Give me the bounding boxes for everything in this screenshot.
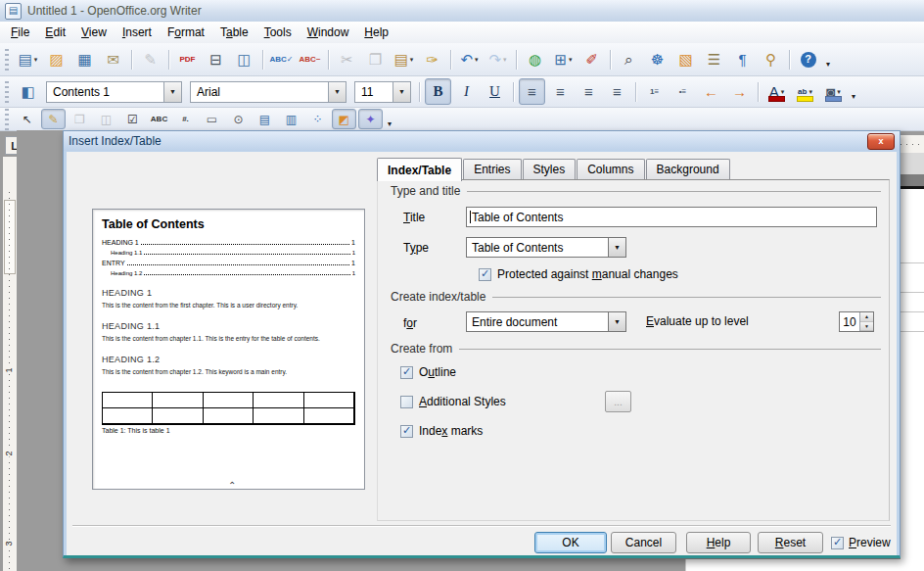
evaluate-level-spinner[interactable]: 10 ▲ ▼ [839,311,874,332]
reset-button[interactable]: Reset [758,532,823,553]
outline-checkbox[interactable] [400,366,413,379]
design-mode-on-off-button[interactable]: ✎ [41,109,66,129]
tab-background[interactable]: Background [646,159,730,180]
underline-button[interactable]: U [482,78,508,105]
window-titlebar[interactable]: ▤ Untitled 1 - OpenOffice.org Writer [0,0,924,23]
save-document-button[interactable]: ▦ [71,46,98,72]
tab-entries[interactable]: Entries [463,159,521,180]
gallery-button[interactable]: ▧ [672,46,699,72]
export-as-pdf-button[interactable]: PDF [174,46,201,72]
title-input[interactable]: Table of Contents [466,207,877,227]
tab-index-table[interactable]: Index/Table [377,158,462,181]
spinner-up-icon[interactable]: ▲ [860,312,873,322]
hyperlink-button[interactable]: ◍ [522,46,548,72]
bullets-on-off-button[interactable]: •≡ [670,78,696,105]
chevron-down-icon[interactable]: ▾ [410,56,414,64]
zoom-button[interactable]: ⚲ [758,46,784,72]
list-box-button[interactable]: ▤ [253,109,277,129]
paste-button[interactable]: ▤▾ [391,46,417,72]
tab-styles[interactable]: Styles [523,159,577,180]
preview-checkbox[interactable] [831,537,844,549]
standard-toolbar-options[interactable]: ▾ [826,60,830,69]
toolbar-grip[interactable] [5,81,9,103]
formatting-toolbar-options[interactable]: ▾ [852,92,855,101]
format-paintbrush-button[interactable]: ✑ [419,46,445,72]
label-field-button[interactable]: ABC [147,109,171,129]
check-box-button[interactable]: ☑ [120,109,145,129]
dialog-titlebar[interactable]: Insert Index/Table x [64,131,900,151]
menu-table[interactable]: Table [212,23,256,42]
nonprinting-characters-button[interactable]: ¶ [729,46,756,72]
numbering-on-off-button[interactable]: 1≡ [641,78,668,105]
ok-button[interactable]: OK [534,532,607,553]
preview-resize-handle[interactable]: ⌃ [228,480,236,490]
data-sources-button[interactable]: ☰ [701,46,727,72]
close-icon[interactable]: x [867,133,895,150]
spellcheck-button[interactable]: ABC✓ [268,46,295,72]
menu-file[interactable]: File [3,23,37,42]
font-name-combo[interactable]: Arial ▼ [190,81,346,103]
new-document-button[interactable]: ▤▾ [15,46,41,72]
combo-box-button[interactable]: ▥ [279,109,303,129]
align-right-button[interactable]: ≡ [576,78,602,105]
chevron-down-icon[interactable]: ▾ [781,88,785,96]
horizontal-ruler-fragment[interactable] [901,135,924,153]
menu-help[interactable]: Help [356,23,396,42]
help-button[interactable]: ? [795,46,821,72]
font-color-button[interactable]: A▾ [763,78,790,105]
background-color-button[interactable]: ◙▾ [820,78,847,105]
chevron-down-icon[interactable]: ▼ [328,82,346,102]
auto-spellcheck-button[interactable]: ABC~ [297,46,323,72]
paragraph-style-combo[interactable]: Contents 1 ▼ [46,81,182,103]
tab-columns[interactable]: Columns [577,159,644,180]
menu-tools[interactable]: Tools [256,23,300,42]
page-preview-button[interactable]: ◫ [231,46,257,72]
find-and-replace-button[interactable]: ⌕ [616,46,642,72]
menu-view[interactable]: View [73,23,115,42]
chevron-down-icon[interactable]: ▾ [569,56,573,64]
formatted-field-button[interactable]: #. [173,109,198,129]
bold-button[interactable]: B [425,78,451,105]
toolbar-grip[interactable] [5,109,9,130]
for-dropdown[interactable]: Entire document ▼ [466,311,626,332]
chevron-down-icon[interactable]: ▾ [808,88,812,96]
chevron-down-icon[interactable]: ▾ [837,88,841,96]
print-file-button[interactable]: ⊟ [203,46,229,72]
vertical-ruler[interactable]: 1 2 3 [3,157,17,571]
chevron-down-icon[interactable]: ▼ [608,312,625,331]
align-center-button[interactable]: ≡ [547,78,574,105]
styles-and-formatting-button[interactable]: ◧ [15,78,41,105]
type-dropdown[interactable]: Table of Contents ▼ [466,237,626,258]
decrease-indent-button[interactable]: ← [698,78,724,105]
index-marks-checkbox[interactable] [400,425,413,438]
text-box-button[interactable]: ▭ [200,109,224,129]
chevron-down-icon[interactable]: ▼ [393,82,410,102]
chevron-down-icon[interactable]: ▾ [475,56,479,64]
open-document-button[interactable]: ▨ [43,46,69,72]
font-size-combo[interactable]: 11 ▼ [354,81,411,103]
undo-button[interactable]: ↶▾ [456,46,483,72]
cancel-button[interactable]: Cancel [611,532,676,553]
justified-button[interactable]: ≡ [604,78,630,105]
spinner-down-icon[interactable]: ▼ [860,322,873,332]
align-left-button[interactable]: ≡ [519,78,545,105]
additional-styles-checkbox[interactable] [400,396,413,408]
protected-checkbox[interactable] [479,268,491,281]
toolbar-grip[interactable] [5,49,9,71]
navigator-button[interactable]: ☸ [644,46,670,72]
menu-edit[interactable]: Edit [37,23,73,42]
select-button[interactable]: ↖ [15,109,39,129]
show-draw-functions-button[interactable]: ✐ [578,46,605,72]
menu-format[interactable]: Format [160,23,212,42]
help-button[interactable]: Help [686,532,751,553]
form-toolbar-options[interactable]: ▾ [388,119,392,128]
menu-window[interactable]: Window [300,23,357,42]
option-button-button[interactable]: ⊙ [226,109,251,129]
form-design-button[interactable]: ◩ [332,109,356,129]
document-as-email-button[interactable]: ✉ [100,46,126,72]
highlighting-button[interactable]: ab▾ [792,78,818,105]
chevron-down-icon[interactable]: ▾ [34,56,38,64]
wizards-on-off-button[interactable]: ✦ [358,109,383,129]
chevron-down-icon[interactable]: ▼ [608,238,625,257]
chevron-down-icon[interactable]: ▼ [163,82,181,102]
